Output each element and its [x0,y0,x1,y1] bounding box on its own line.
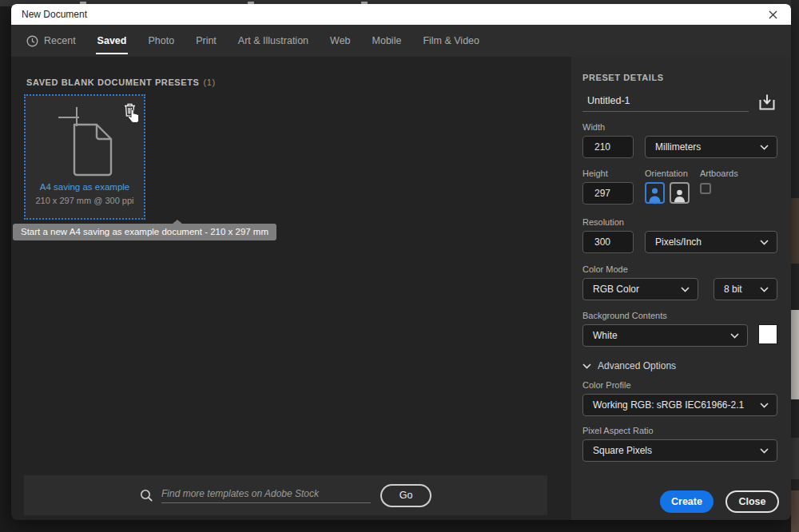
tab-label: Print [196,35,217,46]
dialog-action-buttons: Create Close [660,490,779,513]
tab-label: Web [330,35,350,46]
background-app-edge [791,0,799,532]
go-button[interactable]: Go [380,484,431,507]
tab-art-illustration[interactable]: Art & Illustration [238,25,308,57]
portrait-person-icon [648,187,662,202]
bit-depth-value: 8 bit [724,284,742,295]
close-dialog-button[interactable] [762,4,783,25]
background-contents-value: White [593,330,618,341]
width-label: Width [582,122,777,132]
tab-label: Film & Video [423,35,479,46]
presets-area: SAVED BLANK DOCUMENT PRESETS(1) [11,57,571,520]
background-contents-label: Background Contents [582,311,777,320]
resolution-row: Pixels/Inch [582,231,777,253]
preset-details-panel: PRESET DETAILS Width Millimeters Height [571,57,791,520]
tab-photo[interactable]: Photo [148,25,174,57]
heading-text: SAVED BLANK DOCUMENT PRESETS [26,77,199,87]
chevron-down-icon [681,287,690,292]
dialog-title: New Document [11,9,87,20]
saved-presets-heading: SAVED BLANK DOCUMENT PRESETS(1) [26,77,216,87]
chevron-down-icon [582,363,591,369]
save-preset-button[interactable] [757,93,777,112]
chevron-down-icon [760,403,769,408]
unit-dropdown[interactable]: Millimeters [645,136,777,158]
color-mode-row: RGB Color 8 bit [582,278,777,300]
background-contents-dropdown[interactable]: White [582,324,748,347]
tab-label: Saved [97,35,127,46]
close-icon [769,10,777,19]
chevron-down-icon [760,287,769,292]
tab-film-video[interactable]: Film & Video [423,25,479,57]
category-tabbar: Recent Saved Photo Print Art & Illustrat… [11,25,791,57]
tab-label: Art & Illustration [238,35,308,46]
preset-tooltip: Start a new A4 saving as example documen… [13,224,276,240]
tooltip-arrow [173,220,182,224]
save-download-icon [757,93,777,111]
tab-saved[interactable]: Saved [97,25,127,57]
background-artifact [791,310,799,399]
background-artifact [791,438,799,479]
background-artifact [791,490,799,532]
background-color-swatch[interactable] [758,324,777,344]
adobe-stock-search-bar: Go [24,475,547,515]
hand-cursor-icon [128,109,142,125]
artboards-checkbox[interactable] [700,183,711,194]
color-mode-dropdown[interactable]: RGB Color [582,278,698,300]
chevron-down-icon [760,448,769,454]
document-name-input[interactable] [582,93,749,112]
tab-web[interactable]: Web [330,25,350,57]
background-contents-row: White [582,324,777,347]
width-row: Millimeters [582,136,777,158]
document-name-row [582,93,777,112]
tab-label: Mobile [372,35,402,46]
tab-label: Photo [148,35,174,46]
pixel-aspect-ratio-value: Square Pixels [593,445,652,456]
color-profile-dropdown[interactable]: Working RGB: sRGB IEC61966-2.1 [582,394,777,416]
preset-title: A4 saving as example [26,182,144,192]
height-label: Height [582,169,645,178]
resolution-input[interactable] [582,231,634,253]
height-input[interactable] [582,182,634,204]
close-button[interactable]: Close [725,490,779,513]
height-orientation-row: Height Orientation [582,158,777,204]
width-input[interactable] [582,136,634,158]
preset-card-a4[interactable]: A4 saving as example 210 x 297 mm @ 300 … [24,94,145,220]
tooltip-text: Start a new A4 saving as example documen… [21,227,268,236]
preset-details-heading: PRESET DETAILS [582,73,777,82]
tab-recent[interactable]: Recent [26,25,76,57]
advanced-options-toggle[interactable]: Advanced Options [582,360,777,371]
chevron-down-icon [760,240,769,245]
stock-search-input[interactable] [161,488,345,499]
preset-subtitle: 210 x 297 mm @ 300 ppi [26,196,144,205]
pixel-aspect-ratio-dropdown[interactable]: Square Pixels [582,439,777,462]
background-artifact [791,198,799,264]
orientation-landscape-button[interactable] [670,182,690,204]
new-document-dialog: New Document Recent Saved Photo Print Ar… [11,4,791,520]
color-mode-value: RGB Color [593,284,639,295]
resolution-unit-dropdown[interactable]: Pixels/Inch [645,231,777,253]
tab-print[interactable]: Print [196,25,217,57]
color-profile-value: Working RGB: sRGB IEC61966-2.1 [593,399,744,411]
chevron-down-icon [730,333,739,339]
chevron-down-icon [760,145,769,150]
pixel-aspect-ratio-label: Pixel Aspect Ratio [582,426,777,435]
color-mode-label: Color Mode [582,264,777,274]
search-icon [140,489,153,502]
unit-value: Millimeters [655,141,701,153]
landscape-person-icon [673,189,686,202]
color-profile-label: Color Profile [582,380,777,390]
advanced-options-label: Advanced Options [598,360,676,371]
preset-count: (1) [203,77,215,87]
resolution-unit-value: Pixels/Inch [655,236,702,248]
orientation-label: Orientation [645,169,690,178]
bit-depth-dropdown[interactable]: 8 bit [714,278,777,300]
tab-label: Recent [44,35,76,46]
tab-mobile[interactable]: Mobile [372,25,402,57]
clock-icon [26,35,38,47]
resolution-label: Resolution [582,217,777,227]
create-button[interactable]: Create [660,490,714,513]
dialog-titlebar: New Document [11,4,791,25]
artboards-label: Artboards [700,169,738,178]
orientation-portrait-button[interactable] [645,182,665,204]
